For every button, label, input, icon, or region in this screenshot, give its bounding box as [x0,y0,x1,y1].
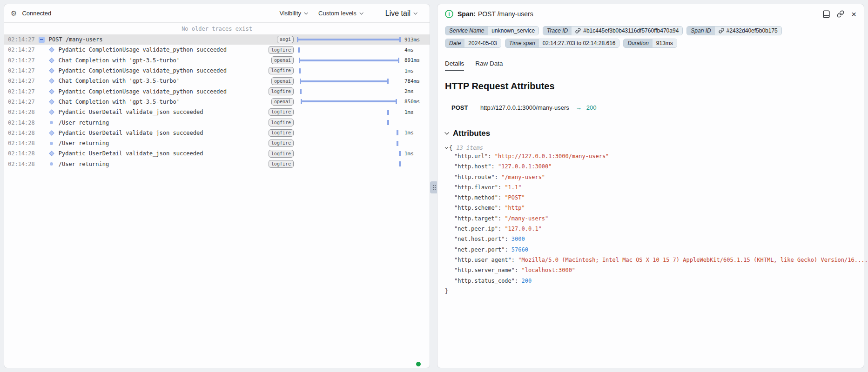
collapse-minus-icon[interactable] [38,37,46,43]
scope-tag-column: openai [271,77,294,85]
diamond-icon [47,79,56,83]
trace-row[interactable]: 02:14:28/User returninglogfire [4,117,430,127]
trace-row[interactable]: 02:14:27Chat Completion with 'gpt-3.5-tu… [4,76,430,86]
badge-value: 2024-05-03 [464,39,500,47]
json-key: "http.scheme" [454,205,498,211]
visibility-dropdown[interactable]: Visibility [279,10,307,17]
trace-row[interactable]: 02:14:27POST /many-usersasgi913ms [4,34,430,45]
scope-tag-column: logfire [269,119,294,126]
attributes-json-viewer: { 13 items "http.url": "http://127.0.0.1… [445,145,856,296]
badge-value: unknown_service [488,27,538,35]
trace-label: Pydantic CompletionUsage validate_python… [56,88,269,95]
traces-panel: ⚙ Connected Visibility Custom levels Liv… [4,4,430,368]
duration-bar [297,37,401,42]
http-url: http://127.0.0.1:3000/many-users [480,104,569,111]
badge-label: Trace ID [543,27,572,35]
duration-track [297,68,401,73]
trace-row[interactable]: 02:14:27Chat Completion with 'gpt-3.5-tu… [4,97,430,107]
json-key: "http.server_name" [454,267,515,273]
trace-timestamp: 02:14:27 [4,46,35,53]
trace-label: Pydantic UserDetail validate_json succee… [56,150,269,157]
trace-timestamp: 02:14:27 [4,99,35,105]
panel-layout-icon[interactable] [823,10,830,18]
trace-timestamp: 02:14:27 [4,88,35,95]
duration-label: 784ms [404,78,430,84]
scope-tag: logfire [269,67,294,75]
meta-badge: Service Nameunknown_service [445,26,539,35]
live-tail-dropdown-label: Live tail [385,9,410,18]
duration-bar [299,68,301,73]
json-value: "/many-users" [501,174,545,180]
trace-row[interactable]: 02:14:27Pydantic CompletionUsage validat… [4,86,430,96]
duration-track [297,161,401,166]
trace-row[interactable]: 02:14:27Pydantic CompletionUsage validat… [4,66,430,76]
scope-tag: openai [271,56,294,64]
span-meta-badges: Service Nameunknown_serviceTrace ID#b1c4… [445,26,836,48]
live-tail-dropdown[interactable]: Live tail [373,4,430,22]
badge-value: 02:14:27.703 to 02:14:28.616 [539,39,619,47]
diamond-icon [47,69,56,73]
json-key: "net.host.port" [454,236,505,242]
trace-row[interactable]: 02:14:28/User returninglogfire [4,159,430,169]
duration-track [297,130,401,135]
json-attribute-line: "http.url": "http://127.0.0.1:3000/many-… [454,151,856,161]
settings-gear-icon[interactable]: ⚙ [11,10,17,17]
arrow-right-icon: → [576,104,582,111]
no-older-traces-notice: No older traces exist [4,23,430,34]
duration-track [297,47,401,53]
json-attribute-line: "http.status_code": 200 [454,276,856,286]
trace-label: /User returning [56,140,269,146]
scope-tag: logfire [269,150,294,158]
permalink-icon[interactable] [837,10,844,18]
duration-label: 4ms [404,47,430,53]
json-value: "1.1" [505,184,521,191]
duration-label: 1ms [404,68,430,74]
json-attribute-line: "http.server_name": "localhost:3000" [454,265,856,275]
duration-label: 1ms [404,130,430,136]
json-collapse-icon[interactable] [445,146,448,149]
tab-details[interactable]: Details [445,60,464,71]
duration-track [297,99,401,104]
tab-raw-data[interactable]: Raw Data [475,60,503,71]
diamond-icon [47,59,56,62]
json-value: "http://127.0.0.1:3000/many-users" [495,153,609,159]
trace-row[interactable]: 02:14:28/User returninglogfire [4,138,430,148]
json-attribute-line: "http.method": "POST" [454,193,856,203]
scope-tag-column: openai [271,98,294,106]
info-icon: i [445,10,453,18]
badge-label: Date [445,39,464,47]
attributes-section-toggle[interactable]: Attributes [445,129,856,138]
close-icon[interactable]: × [851,10,856,19]
attributes-section-title: Attributes [453,129,490,138]
trace-label: POST /many-users [46,36,272,43]
trace-row[interactable]: 02:14:28Pydantic UserDetail validate_jso… [4,107,430,117]
trace-row[interactable]: 02:14:28Pydantic UserDetail validate_jso… [4,148,430,159]
trace-label: Pydantic CompletionUsage validate_python… [56,67,269,74]
link-icon[interactable] [719,28,724,33]
trace-row[interactable]: 02:14:27Chat Completion with 'gpt-3.5-tu… [4,55,430,66]
scope-tag-column: logfire [269,150,294,158]
detail-tabs: Details Raw Data [445,60,856,71]
custom-levels-dropdown[interactable]: Custom levels [318,10,363,17]
scope-tag-column: logfire [269,67,294,75]
link-icon[interactable] [575,28,581,33]
trace-timestamp: 02:14:28 [4,140,35,146]
traces-toolbar: ⚙ Connected Visibility Custom levels Liv… [4,4,430,23]
trace-row[interactable]: 02:14:28Pydantic UserDetail validate_jso… [4,128,430,138]
json-attribute-line: "net.peer.port": 57660 [454,245,856,255]
json-open-brace: { [449,145,452,151]
trace-label: Pydantic CompletionUsage validate_python… [56,46,269,53]
trace-row[interactable]: 02:14:27Pydantic CompletionUsage validat… [4,45,430,55]
meta-badge: Duration913ms [623,39,677,48]
scope-tag: logfire [269,160,294,168]
json-key: "http.status_code" [454,278,515,284]
duration-bar [299,58,399,63]
json-attribute-line: "http.flavor": "1.1" [454,182,856,193]
duration-bar [300,89,302,94]
duration-bar [399,161,401,166]
custom-levels-dropdown-label: Custom levels [318,10,357,17]
badge-value: 913ms [653,39,677,47]
scope-tag: logfire [269,46,294,54]
json-value: "Mozilla/5.0 (Macintosh; Intel Mac OS X … [518,257,868,263]
chevron-down-icon [444,130,449,135]
